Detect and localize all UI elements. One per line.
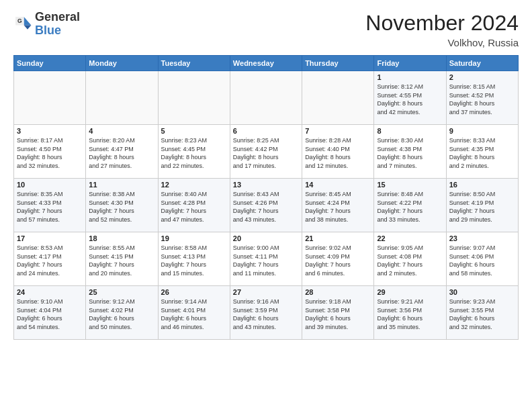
table-row: 24Sunrise: 9:10 AMSunset: 4:04 PMDayligh…: [14, 286, 86, 340]
day-number: 6: [233, 127, 299, 135]
day-number: 22: [377, 234, 443, 242]
day-info: Sunrise: 9:10 AMSunset: 4:04 PMDaylight:…: [17, 298, 83, 331]
table-row: 26Sunrise: 9:14 AMSunset: 4:01 PMDayligh…: [158, 286, 230, 340]
day-info: Sunrise: 9:18 AMSunset: 3:58 PMDaylight:…: [305, 298, 371, 331]
week-row-3: 17Sunrise: 8:53 AMSunset: 4:17 PMDayligh…: [14, 232, 519, 286]
table-row: [158, 71, 230, 125]
header: G General Blue November 2024 Volkhov, Ru…: [13, 11, 519, 48]
day-number: 27: [233, 288, 299, 296]
svg-marker-1: [24, 25, 32, 29]
day-number: 19: [161, 234, 227, 242]
logo-text: General Blue: [35, 11, 80, 38]
day-info: Sunrise: 8:20 AMSunset: 4:47 PMDaylight:…: [89, 136, 154, 170]
table-row: 5Sunrise: 8:23 AMSunset: 4:45 PMDaylight…: [158, 125, 230, 179]
table-row: 30Sunrise: 9:23 AMSunset: 3:55 PMDayligh…: [446, 286, 518, 340]
day-number: 13: [233, 181, 299, 189]
table-row: 11Sunrise: 8:38 AMSunset: 4:30 PMDayligh…: [86, 179, 158, 232]
day-info: Sunrise: 8:30 AMSunset: 4:38 PMDaylight:…: [377, 136, 443, 170]
logo-blue: Blue: [35, 24, 61, 37]
table-row: 27Sunrise: 9:16 AMSunset: 3:59 PMDayligh…: [230, 286, 302, 340]
table-row: 19Sunrise: 8:58 AMSunset: 4:13 PMDayligh…: [158, 232, 230, 286]
day-info: Sunrise: 8:45 AMSunset: 4:24 PMDaylight:…: [305, 190, 371, 224]
day-number: 9: [449, 127, 515, 135]
day-info: Sunrise: 8:38 AMSunset: 4:30 PMDaylight:…: [89, 190, 154, 224]
day-info: Sunrise: 9:00 AMSunset: 4:11 PMDaylight:…: [233, 244, 299, 277]
table-row: 1Sunrise: 8:12 AMSunset: 4:55 PMDaylight…: [374, 71, 446, 125]
col-monday: Monday: [86, 56, 158, 71]
week-row-4: 24Sunrise: 9:10 AMSunset: 4:04 PMDayligh…: [14, 286, 519, 340]
day-info: Sunrise: 8:50 AMSunset: 4:19 PMDaylight:…: [449, 190, 515, 224]
day-number: 23: [449, 234, 515, 242]
day-info: Sunrise: 8:53 AMSunset: 4:17 PMDaylight:…: [17, 244, 83, 277]
table-row: 18Sunrise: 8:55 AMSunset: 4:15 PMDayligh…: [86, 232, 158, 286]
table-row: 8Sunrise: 8:30 AMSunset: 4:38 PMDaylight…: [374, 125, 446, 179]
table-row: 4Sunrise: 8:20 AMSunset: 4:47 PMDaylight…: [86, 125, 158, 179]
table-row: 10Sunrise: 8:35 AMSunset: 4:33 PMDayligh…: [14, 179, 86, 232]
calendar: Sunday Monday Tuesday Wednesday Thursday…: [13, 55, 519, 340]
day-info: Sunrise: 9:07 AMSunset: 4:06 PMDaylight:…: [449, 244, 515, 277]
day-number: 10: [17, 181, 83, 189]
table-row: 7Sunrise: 8:28 AMSunset: 4:40 PMDaylight…: [302, 125, 374, 179]
day-info: Sunrise: 8:15 AMSunset: 4:52 PMDaylight:…: [449, 83, 515, 116]
col-saturday: Saturday: [446, 56, 518, 71]
table-row: 21Sunrise: 9:02 AMSunset: 4:09 PMDayligh…: [302, 232, 374, 286]
day-number: 4: [89, 127, 154, 135]
day-info: Sunrise: 8:23 AMSunset: 4:45 PMDaylight:…: [161, 136, 227, 170]
day-number: 26: [161, 288, 227, 296]
calendar-header-row: Sunday Monday Tuesday Wednesday Thursday…: [14, 56, 519, 71]
week-row-2: 10Sunrise: 8:35 AMSunset: 4:33 PMDayligh…: [14, 179, 519, 232]
day-info: Sunrise: 8:55 AMSunset: 4:15 PMDaylight:…: [89, 244, 154, 277]
day-number: 7: [305, 127, 371, 135]
location: Volkhov, Russia: [365, 37, 519, 48]
col-thursday: Thursday: [302, 56, 374, 71]
day-info: Sunrise: 9:23 AMSunset: 3:55 PMDaylight:…: [449, 298, 515, 331]
day-number: 29: [377, 288, 443, 296]
table-row: 25Sunrise: 9:12 AMSunset: 4:02 PMDayligh…: [86, 286, 158, 340]
day-info: Sunrise: 8:12 AMSunset: 4:55 PMDaylight:…: [377, 83, 443, 116]
col-wednesday: Wednesday: [230, 56, 302, 71]
table-row: 29Sunrise: 9:21 AMSunset: 3:56 PMDayligh…: [374, 286, 446, 340]
page: G General Blue November 2024 Volkhov, Ru…: [0, 0, 532, 411]
day-number: 24: [17, 288, 83, 296]
table-row: 17Sunrise: 8:53 AMSunset: 4:17 PMDayligh…: [14, 232, 86, 286]
day-number: 28: [305, 288, 371, 296]
table-row: 9Sunrise: 8:33 AMSunset: 4:35 PMDaylight…: [446, 125, 518, 179]
day-number: 21: [305, 234, 371, 242]
day-number: 16: [449, 181, 515, 189]
day-info: Sunrise: 9:21 AMSunset: 3:56 PMDaylight:…: [377, 298, 443, 331]
logo-icon: G: [13, 15, 32, 34]
table-row: 13Sunrise: 8:43 AMSunset: 4:26 PMDayligh…: [230, 179, 302, 232]
day-info: Sunrise: 8:17 AMSunset: 4:50 PMDaylight:…: [17, 136, 83, 170]
day-number: 20: [233, 234, 299, 242]
day-info: Sunrise: 9:14 AMSunset: 4:01 PMDaylight:…: [161, 298, 227, 331]
day-number: 17: [17, 234, 83, 242]
table-row: 20Sunrise: 9:00 AMSunset: 4:11 PMDayligh…: [230, 232, 302, 286]
day-info: Sunrise: 9:12 AMSunset: 4:02 PMDaylight:…: [89, 298, 154, 331]
day-number: 8: [377, 127, 443, 135]
day-info: Sunrise: 8:25 AMSunset: 4:42 PMDaylight:…: [233, 136, 299, 170]
svg-marker-0: [24, 17, 32, 25]
table-row: 14Sunrise: 8:45 AMSunset: 4:24 PMDayligh…: [302, 179, 374, 232]
day-info: Sunrise: 8:48 AMSunset: 4:22 PMDaylight:…: [377, 190, 443, 224]
day-info: Sunrise: 8:28 AMSunset: 4:40 PMDaylight:…: [305, 136, 371, 170]
day-number: 30: [449, 288, 515, 296]
day-info: Sunrise: 8:40 AMSunset: 4:28 PMDaylight:…: [161, 190, 227, 224]
table-row: 28Sunrise: 9:18 AMSunset: 3:58 PMDayligh…: [302, 286, 374, 340]
table-row: 16Sunrise: 8:50 AMSunset: 4:19 PMDayligh…: [446, 179, 518, 232]
logo-general: General: [35, 10, 80, 24]
col-friday: Friday: [374, 56, 446, 71]
day-number: 1: [377, 73, 443, 81]
table-row: [86, 71, 158, 125]
day-number: 11: [89, 181, 154, 189]
logo: G General Blue: [13, 11, 80, 38]
table-row: 22Sunrise: 9:05 AMSunset: 4:08 PMDayligh…: [374, 232, 446, 286]
day-number: 2: [449, 73, 515, 81]
col-sunday: Sunday: [14, 56, 86, 71]
table-row: [230, 71, 302, 125]
day-info: Sunrise: 8:35 AMSunset: 4:33 PMDaylight:…: [17, 190, 83, 224]
day-number: 25: [89, 288, 154, 296]
day-number: 3: [17, 127, 83, 135]
day-info: Sunrise: 8:33 AMSunset: 4:35 PMDaylight:…: [449, 136, 515, 170]
day-number: 15: [377, 181, 443, 189]
week-row-0: 1Sunrise: 8:12 AMSunset: 4:55 PMDaylight…: [14, 71, 519, 125]
